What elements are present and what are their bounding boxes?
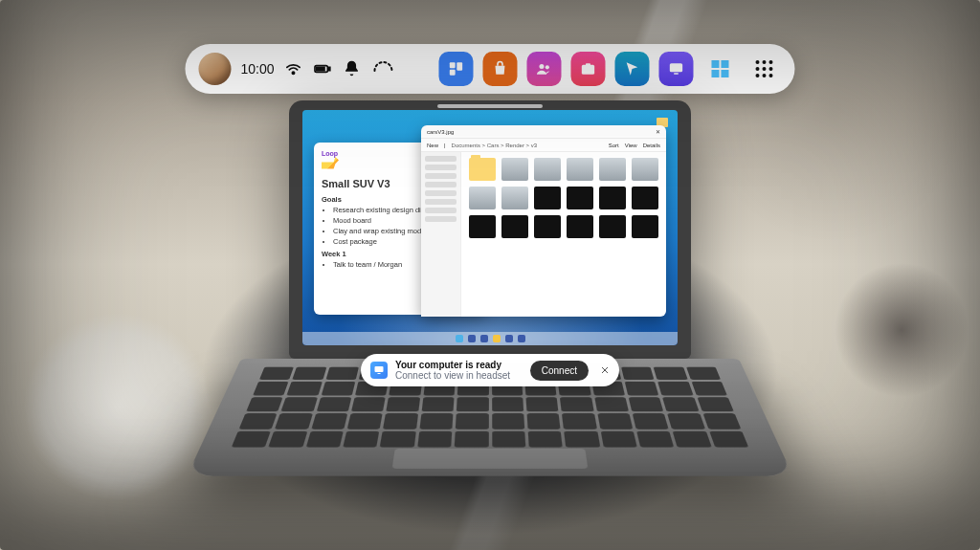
image-thumb[interactable] xyxy=(599,215,626,238)
toolbar-details[interactable]: Details xyxy=(643,143,660,148)
svg-rect-4 xyxy=(450,62,456,68)
svg-rect-28 xyxy=(375,366,384,372)
svg-point-26 xyxy=(763,74,767,77)
notification-title: Your computer is ready xyxy=(395,360,523,370)
app-browser[interactable] xyxy=(615,52,650,86)
pencil-icon xyxy=(322,157,339,174)
image-thumb[interactable] xyxy=(632,215,658,238)
battery-icon[interactable] xyxy=(313,59,332,78)
image-thumb[interactable] xyxy=(501,187,528,209)
window-close-icon[interactable]: ✕ xyxy=(656,128,660,135)
svg-rect-5 xyxy=(457,62,462,70)
svg-point-23 xyxy=(763,67,767,71)
image-thumb[interactable] xyxy=(567,158,593,181)
image-thumb[interactable] xyxy=(632,187,658,209)
connect-notification: Your computer is ready Connect to view i… xyxy=(361,354,619,386)
svg-rect-2 xyxy=(328,67,330,70)
svg-point-19 xyxy=(756,60,760,64)
app-cast[interactable] xyxy=(659,52,694,86)
vr-system-bar: 10:00 xyxy=(185,44,794,94)
file-explorer-window[interactable]: carsV3.jpg ✕ New | Documents > Cars > Re… xyxy=(421,125,666,317)
laptop-screen: Loop Small SUV V3 Goals Research existin… xyxy=(302,110,678,345)
monitor-icon xyxy=(370,362,388,379)
clock[interactable]: 10:00 xyxy=(240,61,274,77)
image-thumb[interactable] xyxy=(632,158,658,181)
svg-rect-11 xyxy=(586,63,590,66)
svg-point-24 xyxy=(769,67,773,71)
image-thumb[interactable] xyxy=(469,187,496,209)
svg-rect-15 xyxy=(712,60,720,68)
app-store[interactable] xyxy=(483,52,518,86)
svg-rect-17 xyxy=(712,70,720,77)
connect-button[interactable]: Connect xyxy=(530,361,589,381)
svg-point-8 xyxy=(546,65,549,69)
laptop-trackpad xyxy=(392,449,589,469)
toolbar-new[interactable]: New xyxy=(427,143,438,148)
image-thumb[interactable] xyxy=(469,215,496,238)
status-segment: 10:00 xyxy=(198,53,398,85)
user-avatar[interactable] xyxy=(198,53,231,85)
svg-point-25 xyxy=(756,74,760,77)
svg-rect-6 xyxy=(450,70,456,76)
image-thumb[interactable] xyxy=(599,187,626,209)
svg-rect-16 xyxy=(722,60,729,68)
image-thumb[interactable] xyxy=(567,215,593,238)
svg-rect-14 xyxy=(674,73,679,75)
toolbar-view[interactable]: View xyxy=(625,143,637,148)
image-thumb[interactable] xyxy=(534,187,561,209)
image-thumb[interactable] xyxy=(501,158,528,181)
explorer-tab[interactable]: carsV3.jpg xyxy=(427,129,454,135)
app-feed[interactable] xyxy=(439,52,474,86)
notification-subtitle: Connect to view in headset xyxy=(395,370,523,381)
app-windows[interactable] xyxy=(703,52,738,86)
svg-point-27 xyxy=(769,74,773,77)
svg-point-22 xyxy=(756,67,760,71)
svg-point-0 xyxy=(292,72,294,74)
wifi-icon[interactable] xyxy=(284,59,303,78)
svg-rect-18 xyxy=(722,70,729,77)
svg-point-21 xyxy=(769,60,773,64)
folder-thumb[interactable] xyxy=(469,158,496,181)
explorer-nav[interactable] xyxy=(421,152,461,317)
svg-rect-29 xyxy=(378,373,381,374)
svg-rect-13 xyxy=(672,65,681,71)
breadcrumb[interactable]: Documents > Cars > Render > v3 xyxy=(452,143,538,148)
image-thumb[interactable] xyxy=(501,215,528,238)
image-thumb[interactable] xyxy=(534,158,561,181)
boundary-icon[interactable] xyxy=(372,57,395,80)
svg-rect-3 xyxy=(317,67,324,70)
close-icon[interactable] xyxy=(596,362,613,379)
image-thumb[interactable] xyxy=(534,215,561,238)
windows-taskbar[interactable] xyxy=(302,332,678,345)
image-thumb[interactable] xyxy=(567,187,593,209)
notifications-icon[interactable] xyxy=(342,58,363,79)
image-thumb[interactable] xyxy=(599,158,626,181)
thumbnail-grid xyxy=(461,152,666,317)
laptop: Loop Small SUV V3 Goals Research existin… xyxy=(289,100,691,540)
app-camera[interactable] xyxy=(571,52,606,86)
app-tray xyxy=(439,52,782,86)
svg-point-20 xyxy=(763,60,767,64)
toolbar-sort[interactable]: Sort xyxy=(609,143,619,148)
app-people[interactable] xyxy=(527,52,562,86)
app-library[interactable] xyxy=(747,52,782,86)
svg-point-10 xyxy=(586,67,590,72)
svg-point-7 xyxy=(540,64,545,69)
